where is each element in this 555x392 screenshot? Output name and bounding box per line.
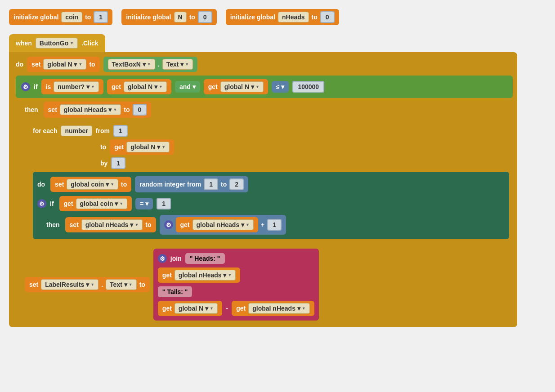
do-block: do set global N ▾ to TextBoxN ▾ . Text ▾… xyxy=(9,52,517,327)
set-nheads-label: set xyxy=(70,221,79,228)
dot-lr-label: . xyxy=(101,281,103,288)
set-label-results-block: set LabelResults ▾ . Text ▾ to xyxy=(25,277,150,292)
to-nheads-label: to xyxy=(145,221,151,228)
get-global-n-block2: get global N ▾ xyxy=(204,79,268,94)
do-inner-label: do xyxy=(37,181,45,188)
init-n-block: initialize global N to 0 xyxy=(121,9,217,25)
set-nheads-zero-block: set global nHeads ▾ to 0 xyxy=(44,102,152,118)
is-number-block: is number? ▾ xyxy=(41,79,103,94)
join-block: ⚙ join " Heads: " get global nHeads ▾ xyxy=(153,249,319,321)
number-check-dropdown[interactable]: number? ▾ xyxy=(54,81,99,92)
gear-icon-if: ⚙ xyxy=(21,82,30,91)
set-coin-label: set xyxy=(55,181,64,188)
global-nheads-get-dropdown[interactable]: global nHeads ▾ xyxy=(192,219,254,230)
set-n-block: set global N ▾ to xyxy=(27,57,100,72)
plus-one-val: 1 xyxy=(267,219,282,231)
event-label: .Click xyxy=(81,40,98,47)
text-prop-dropdown[interactable]: Text ▾ xyxy=(162,59,193,70)
global-coin-dropdown1[interactable]: global coin ▾ xyxy=(67,179,118,190)
global-nheads-dropdown1[interactable]: global nHeads ▾ xyxy=(60,104,121,115)
if-coin-label: if xyxy=(50,200,54,207)
get-global-n-block1: get global N ▾ xyxy=(107,79,171,94)
gear-icon-add: ⚙ xyxy=(164,220,173,229)
init-nheads-var: nHeads xyxy=(278,12,309,22)
label-results-dropdown[interactable]: LabelResults ▾ xyxy=(41,279,98,290)
join-tails-row: " Tails: " xyxy=(158,286,314,297)
init-n-var: N xyxy=(174,12,187,22)
get-n-calc-block: get global N ▾ xyxy=(158,301,222,316)
zero-val: 0 xyxy=(133,104,147,116)
set-lr-label: set xyxy=(29,281,38,288)
from-label: from xyxy=(96,127,110,134)
if-coin-row: ⚙ if get global coin ▾ = ▾ 1 xyxy=(37,196,505,211)
global-nheads-join-dropdown[interactable]: global nHeads ▾ xyxy=(175,270,236,281)
init-n-val: 0 xyxy=(198,11,212,23)
join-calc-row: get global N ▾ - get global nHeads ▾ xyxy=(158,301,314,316)
init-n-to: to xyxy=(189,13,195,21)
number-var-label: number xyxy=(61,125,92,136)
workspace: initialize global coin to 1 initialize g… xyxy=(9,9,546,327)
set-label: set xyxy=(31,61,40,68)
join-header-row: ⚙ join " Heads: " xyxy=(158,253,314,264)
global-n-dropdown2[interactable]: global N ▾ xyxy=(220,81,264,92)
get-global-coin-block: get global coin ▾ xyxy=(59,196,132,211)
textboxn-dropdown[interactable]: TextBoxN ▾ xyxy=(108,59,155,70)
is-label: is xyxy=(46,83,51,90)
random-integer-label: random integer from xyxy=(139,181,201,188)
tails-string-block: " Tails: " xyxy=(158,286,192,297)
set-coin-row: do set global coin ▾ to random integer f… xyxy=(37,176,505,192)
get-coin-label: get xyxy=(64,200,73,207)
then-section: then set global nHeads ▾ to 0 for each n… xyxy=(16,102,513,321)
lte-block: ≤ ▾ xyxy=(272,81,289,93)
get-nheads2-label: get xyxy=(162,272,172,279)
minus-label: - xyxy=(226,304,228,312)
init-coin-block: initialize global coin to 1 xyxy=(9,9,112,25)
set-coin-block: set global coin ▾ to xyxy=(50,177,131,192)
and-label: and ▾ xyxy=(179,83,196,90)
global-nheads-calc-dropdown[interactable]: global nHeads ▾ xyxy=(248,303,310,314)
then-label: then xyxy=(25,106,38,113)
get-label1: get xyxy=(112,83,121,90)
by-val: 1 xyxy=(111,157,125,169)
global-n-dropdown[interactable]: global N ▾ xyxy=(43,59,86,70)
then-set-nheads-row: then set global nHeads ▾ to 0 xyxy=(25,102,513,118)
for-each-from-row: for each number from 1 xyxy=(28,125,509,137)
init-coin-var: coin xyxy=(61,12,82,22)
and-block: and ▾ xyxy=(175,81,200,93)
equals-block: = ▾ xyxy=(135,198,153,209)
global-n-get-dropdown[interactable]: global N ▾ xyxy=(124,81,167,92)
global-nheads-dropdown2[interactable]: global nHeads ▾ xyxy=(81,219,143,230)
set2-label: set xyxy=(48,106,57,113)
init-nheads-block: initialize global nHeads to 0 xyxy=(226,9,339,25)
set-n-row: do set global N ▾ to TextBoxN ▾ . Text ▾ xyxy=(16,57,513,72)
get-label2: get xyxy=(208,83,218,90)
for-each-to-row: to get global N ▾ xyxy=(28,139,509,155)
get-n-label: get xyxy=(114,143,124,151)
random-to-label: to xyxy=(221,181,227,188)
init-coin-val: 1 xyxy=(94,11,108,23)
to-label-foreach: to xyxy=(100,143,106,151)
init-nheads-to: to xyxy=(312,13,318,21)
random-integer-block: random integer from 1 to 2 xyxy=(135,176,248,192)
do-inner-block: do set global coin ▾ to random integer f… xyxy=(33,172,509,239)
heads-string-block: " Heads: " xyxy=(185,253,225,264)
get-n-calc-label: get xyxy=(162,305,172,312)
random-to-val: 2 xyxy=(229,178,244,190)
main-event-block: when ButtonGo .Click do set global N ▾ t… xyxy=(9,34,546,327)
global-coin-dropdown2[interactable]: global coin ▾ xyxy=(76,198,128,209)
get-nheads-block: get global nHeads ▾ xyxy=(176,217,259,232)
init-n-label: initialize global xyxy=(126,13,171,21)
do-label: do xyxy=(16,61,23,68)
gear-icon-if2: ⚙ xyxy=(37,199,46,208)
global-n-foreach-dropdown[interactable]: global N ▾ xyxy=(126,142,170,152)
then-inner-label: then xyxy=(46,221,60,228)
button-go-dropdown[interactable]: ButtonGo xyxy=(36,38,78,49)
coin-eq-val: 1 xyxy=(157,198,171,209)
text-lr-dropdown[interactable]: Text ▾ xyxy=(106,279,137,290)
dot-label: . xyxy=(158,61,160,68)
global-n-calc-dropdown[interactable]: global N ▾ xyxy=(175,303,218,314)
if-block: ⚙ if is number? ▾ get global N ▾ and ▾ g… xyxy=(16,76,513,98)
join-get-nheads-row: get global nHeads ▾ xyxy=(158,267,314,283)
from-val: 1 xyxy=(113,125,128,137)
set-nheads-block: set global nHeads ▾ to xyxy=(65,217,156,232)
